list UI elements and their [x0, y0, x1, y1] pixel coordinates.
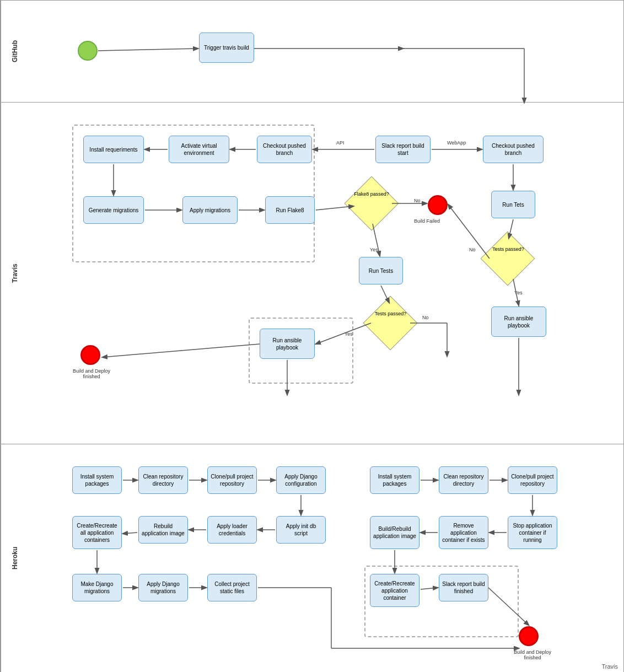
proc-apply-django-config: Apply Django configuration	[276, 466, 326, 494]
lane-content-github: Trigger travis build	[28, 1, 623, 102]
proc-run-tests-left: Run Tests	[359, 257, 403, 284]
lane-content-heroku: Install system packages Clean repository…	[28, 444, 623, 672]
diamond-tests-right	[481, 232, 535, 286]
diamond-flake8-label: Flake8 passed?	[350, 191, 393, 197]
label-no-flake8: No	[414, 198, 421, 203]
proc-activate-venv: Activate virtual environment	[169, 136, 229, 163]
proc-checkout-api: Checkout pushed branch	[257, 136, 312, 163]
label-no-tests-right: No	[469, 247, 476, 252]
proc-ansible-right: Run ansible playbook	[491, 307, 546, 337]
lane-label-travis: Travis	[1, 103, 28, 444]
proc-checkout-webapp: Checkout pushed branch	[483, 136, 544, 163]
label-no-tests-left: No	[422, 315, 429, 320]
build-deploy-heroku-label: Build and Deploy finished	[508, 649, 557, 660]
diamond-tests-right-label: Tests passed?	[483, 246, 533, 252]
proc-apply-loader: Apply loader credentials	[207, 516, 257, 544]
label-yes-tests-right: Yes	[514, 290, 523, 295]
label-yes-tests-left: Yes	[345, 331, 353, 337]
proc-remove-container: Remove application container if exists	[439, 516, 488, 549]
proc-apply-migrations: Apply migrations	[182, 196, 238, 224]
proc-ansible-left: Run ansible playbook	[260, 329, 315, 359]
proc-run-flake8: Run Flake8	[265, 196, 315, 224]
svg-line-0	[98, 49, 198, 51]
svg-line-31	[123, 533, 137, 534]
diagram-container: GitHub Trigger travis build	[0, 0, 624, 672]
build-failed-label: Build Failed	[414, 218, 440, 224]
proc-install-req: Install requeriments	[83, 136, 144, 163]
diamond-tests-left	[363, 296, 418, 351]
lane-travis: Travis Install requeriments Activate vir…	[1, 103, 623, 444]
lane-label-github: GitHub	[1, 1, 28, 102]
lane-label-heroku: Heroku	[1, 444, 28, 672]
svg-line-24	[103, 344, 260, 357]
lane-github: GitHub Trigger travis build	[1, 1, 623, 103]
dashed-box-right	[364, 566, 519, 637]
proc-clone-repo-right: Clone/pull project repository	[508, 466, 557, 494]
proc-clone-repo-left: Clone/pull project repository	[207, 466, 257, 494]
build-deploy-heroku	[519, 626, 539, 646]
build-deploy-travis	[80, 345, 100, 365]
label-yes-flake8: Yes	[370, 247, 378, 252]
proc-stop-container: Stop application container if running	[508, 516, 557, 549]
proc-apply-django-migrations: Apply Django migrations	[138, 574, 188, 601]
proc-collect-static: Collect project static files	[207, 574, 257, 601]
proc-rebuild-app-image: Rebuild application image	[138, 516, 188, 544]
proc-apply-init-db: Apply init db script	[276, 516, 326, 544]
proc-install-sys-left: Install system packages	[72, 466, 122, 494]
proc-generate-migrations: Generate migrations	[83, 196, 144, 224]
proc-install-sys-right: Install system packages	[370, 466, 419, 494]
proc-clean-repo-right: Clean repository directory	[439, 466, 488, 494]
lane-content-travis: Install requeriments Activate virtual en…	[28, 103, 623, 444]
label-webapp: WebApp	[447, 140, 466, 146]
arrows-github	[28, 1, 623, 102]
label-api: API	[336, 140, 345, 146]
proc-clean-repo-left: Clean repository directory	[138, 466, 188, 494]
start-event	[78, 41, 98, 61]
proc-build-rebuild-image: Build/Rebuild application image	[370, 516, 419, 549]
build-failed-circle	[428, 195, 448, 215]
lane-heroku: Heroku Install system packages Clean rep…	[1, 444, 623, 672]
proc-run-tets: Run Tets	[491, 191, 535, 218]
proc-create-containers-left: Create/Recreate all application containe…	[72, 516, 122, 549]
diamond-flake8	[345, 176, 399, 231]
proc-make-django-migrations: Make Django migrations	[72, 574, 122, 601]
lanes: GitHub Trigger travis build	[1, 1, 623, 672]
proc-trigger-travis: Trigger travis build	[199, 33, 254, 63]
proc-slack-start: Slack report build start	[375, 136, 431, 163]
build-deploy-travis-label: Build and Deploy finished	[69, 368, 114, 379]
travis-footer-label: Travis	[601, 663, 618, 670]
diamond-tests-left-label: Tests passed?	[367, 311, 414, 317]
